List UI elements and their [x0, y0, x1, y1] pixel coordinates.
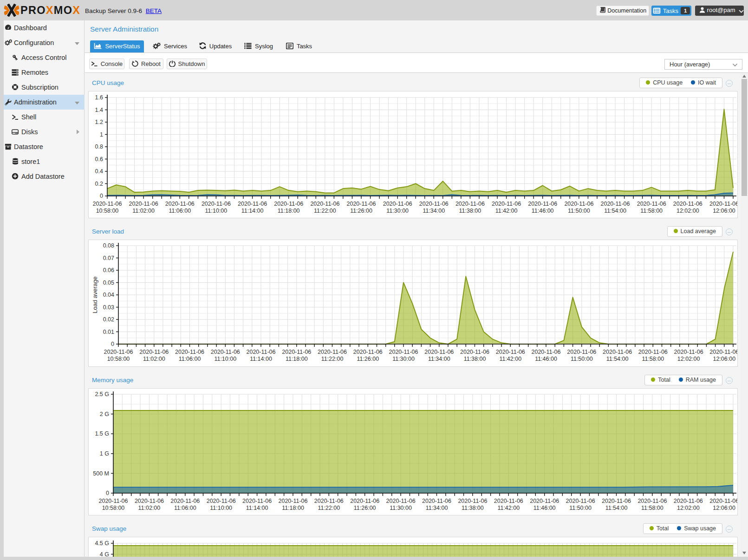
- svg-text:2020-11-06: 2020-11-06: [673, 201, 702, 207]
- svg-text:2020-11-06: 2020-11-06: [637, 201, 666, 207]
- svg-text:11:30:00: 11:30:00: [390, 505, 412, 511]
- svg-text:2020-11-06: 2020-11-06: [170, 498, 200, 504]
- svg-text:2020-11-06: 2020-11-06: [310, 201, 339, 207]
- svg-text:2020-11-06: 2020-11-06: [496, 349, 525, 355]
- svg-text:2020-11-06: 2020-11-06: [637, 498, 667, 504]
- svg-text:11:02:00: 11:02:00: [138, 505, 161, 511]
- svg-text:11:38:00: 11:38:00: [462, 505, 484, 511]
- svg-text:0: 0: [100, 193, 103, 199]
- svg-text:2020-11-06: 2020-11-06: [709, 201, 737, 207]
- svg-text:11:58:00: 11:58:00: [641, 505, 663, 511]
- svg-text:2020-11-06: 2020-11-06: [242, 498, 272, 504]
- svg-text:2020-11-06: 2020-11-06: [278, 498, 307, 504]
- svg-text:2020-11-06: 2020-11-06: [389, 349, 418, 355]
- svg-text:2 G: 2 G: [100, 411, 109, 417]
- svg-text:2020-11-06: 2020-11-06: [314, 498, 344, 504]
- svg-text:11:54:00: 11:54:00: [604, 208, 626, 214]
- svg-text:10:58:00: 10:58:00: [102, 505, 125, 511]
- svg-text:11:10:00: 11:10:00: [214, 356, 236, 362]
- svg-text:11:06:00: 11:06:00: [179, 356, 201, 362]
- svg-text:2020-11-06: 2020-11-06: [135, 498, 164, 504]
- svg-text:11:18:00: 11:18:00: [286, 356, 308, 362]
- svg-text:2020-11-06: 2020-11-06: [455, 201, 485, 207]
- svg-text:0.01: 0.01: [103, 329, 114, 335]
- svg-text:2020-11-06: 2020-11-06: [528, 201, 557, 207]
- svg-text:2020-11-06: 2020-11-06: [139, 349, 169, 355]
- svg-text:2020-11-06: 2020-11-06: [638, 349, 668, 355]
- svg-text:11:10:00: 11:10:00: [210, 505, 232, 511]
- svg-text:0.04: 0.04: [103, 292, 114, 298]
- svg-text:10:58:00: 10:58:00: [107, 356, 130, 362]
- svg-text:11:34:00: 11:34:00: [423, 208, 445, 214]
- svg-text:1.2: 1.2: [95, 119, 103, 125]
- svg-text:1 G: 1 G: [100, 450, 109, 457]
- svg-text:2020-11-06: 2020-11-06: [566, 498, 595, 504]
- svg-text:11:54:00: 11:54:00: [605, 505, 628, 511]
- svg-text:2020-11-06: 2020-11-06: [424, 349, 454, 355]
- svg-text:0: 0: [111, 341, 114, 347]
- svg-text:1.6: 1.6: [95, 94, 103, 101]
- svg-text:2020-11-06: 2020-11-06: [211, 349, 240, 355]
- svg-text:500 M: 500 M: [93, 470, 109, 477]
- svg-text:4.5 G: 4.5 G: [95, 540, 109, 547]
- svg-text:0.03: 0.03: [103, 304, 114, 311]
- svg-text:2020-11-06: 2020-11-06: [346, 201, 376, 207]
- svg-text:11:14:00: 11:14:00: [246, 505, 268, 511]
- svg-text:11:34:00: 11:34:00: [428, 356, 450, 362]
- svg-text:2020-11-06: 2020-11-06: [494, 498, 523, 504]
- svg-text:11:14:00: 11:14:00: [250, 356, 272, 362]
- svg-text:2020-11-06: 2020-11-06: [207, 498, 236, 504]
- svg-text:11:46:00: 11:46:00: [532, 208, 554, 214]
- svg-text:11:06:00: 11:06:00: [174, 505, 196, 511]
- svg-text:2020-11-06: 2020-11-06: [353, 349, 383, 355]
- svg-text:12:02:00: 12:02:00: [677, 356, 700, 362]
- svg-text:11:18:00: 11:18:00: [278, 208, 300, 214]
- svg-text:2020-11-06: 2020-11-06: [458, 498, 487, 504]
- svg-text:2020-11-06: 2020-11-06: [350, 498, 379, 504]
- svg-text:2020-11-06: 2020-11-06: [274, 201, 303, 207]
- svg-text:0.06: 0.06: [103, 267, 114, 273]
- svg-text:0: 0: [106, 490, 109, 496]
- svg-text:2.5 G: 2.5 G: [95, 391, 109, 397]
- svg-text:2020-11-06: 2020-11-06: [175, 349, 204, 355]
- svg-text:2020-11-06: 2020-11-06: [564, 201, 593, 207]
- svg-text:2020-11-06: 2020-11-06: [602, 498, 631, 504]
- svg-text:12:02:00: 12:02:00: [677, 505, 700, 511]
- svg-text:11:02:00: 11:02:00: [143, 356, 165, 362]
- svg-text:2020-11-06: 2020-11-06: [318, 349, 347, 355]
- svg-text:12:06:00: 12:06:00: [713, 208, 735, 214]
- svg-text:11:58:00: 11:58:00: [642, 356, 664, 362]
- svg-text:11:54:00: 11:54:00: [606, 356, 629, 362]
- svg-text:11:22:00: 11:22:00: [314, 208, 336, 214]
- svg-text:11:26:00: 11:26:00: [357, 356, 379, 362]
- svg-text:11:14:00: 11:14:00: [241, 208, 264, 214]
- svg-text:2020-11-06: 2020-11-06: [246, 349, 275, 355]
- svg-text:2020-11-06: 2020-11-06: [104, 349, 133, 355]
- svg-text:Load average: Load average: [91, 276, 98, 313]
- svg-text:11:46:00: 11:46:00: [535, 356, 557, 362]
- svg-text:0.4: 0.4: [95, 168, 103, 175]
- svg-text:11:38:00: 11:38:00: [464, 356, 486, 362]
- svg-text:11:26:00: 11:26:00: [350, 208, 372, 214]
- svg-text:0.05: 0.05: [103, 280, 114, 286]
- svg-text:11:42:00: 11:42:00: [495, 208, 518, 214]
- svg-text:11:50:00: 11:50:00: [571, 356, 593, 362]
- svg-text:2020-11-06: 2020-11-06: [419, 201, 449, 207]
- svg-text:2020-11-06: 2020-11-06: [202, 201, 231, 207]
- svg-text:11:18:00: 11:18:00: [282, 505, 304, 511]
- svg-text:11:42:00: 11:42:00: [499, 356, 521, 362]
- svg-text:2020-11-06: 2020-11-06: [98, 498, 128, 504]
- svg-text:2020-11-06: 2020-11-06: [386, 498, 416, 504]
- svg-text:11:26:00: 11:26:00: [354, 505, 376, 511]
- svg-text:0.08: 0.08: [103, 242, 114, 249]
- svg-text:11:30:00: 11:30:00: [392, 356, 415, 362]
- svg-text:11:30:00: 11:30:00: [386, 208, 409, 214]
- svg-text:2020-11-06: 2020-11-06: [603, 349, 632, 355]
- svg-text:11:50:00: 11:50:00: [568, 208, 590, 214]
- svg-text:11:06:00: 11:06:00: [169, 208, 191, 214]
- svg-text:2020-11-06: 2020-11-06: [129, 201, 158, 207]
- svg-text:2020-11-06: 2020-11-06: [709, 349, 737, 355]
- svg-text:2020-11-06: 2020-11-06: [92, 201, 122, 207]
- svg-text:2020-11-06: 2020-11-06: [530, 498, 559, 504]
- svg-text:10:58:00: 10:58:00: [96, 208, 119, 214]
